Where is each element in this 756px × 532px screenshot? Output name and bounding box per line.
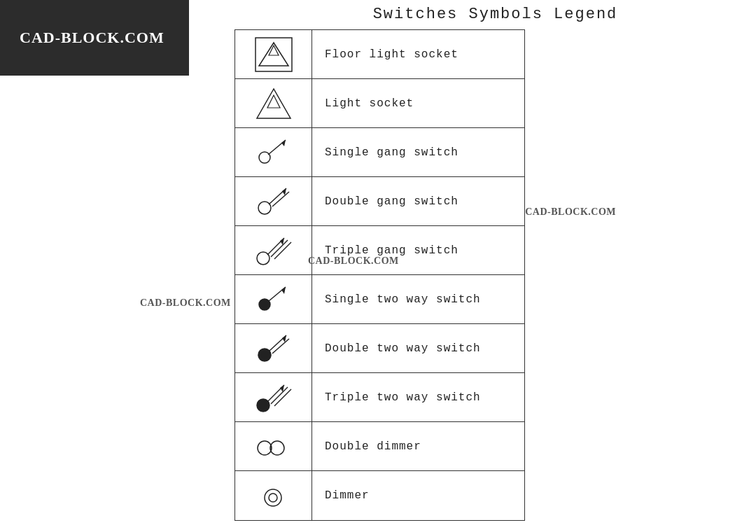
- label-double-two-way-switch: Double two way switch: [312, 324, 524, 372]
- table-row: Single two way switch: [235, 275, 524, 324]
- svg-point-5: [259, 152, 270, 163]
- table-row: Triple two way switch: [235, 373, 524, 422]
- svg-point-20: [258, 349, 271, 361]
- watermark-right: CAD-Block.com: [525, 206, 616, 218]
- svg-point-32: [269, 493, 277, 502]
- svg-marker-3: [257, 89, 290, 118]
- label-dimmer: Dimmer: [312, 471, 524, 520]
- label-floor-light-socket: Floor light socket: [312, 30, 524, 78]
- table-row: Double gang switch: [235, 177, 524, 226]
- table-row: Floor light socket: [235, 30, 524, 79]
- table-row: Double two way switch: [235, 324, 524, 373]
- watermark-center: CAD-Block.com: [308, 255, 399, 267]
- label-light-socket: Light socket: [312, 79, 524, 127]
- table-row: Light socket: [235, 79, 524, 128]
- label-triple-gang-switch: Triple gang switch: [312, 226, 524, 274]
- svg-marker-2: [269, 46, 279, 55]
- symbol-double-two-way-switch: [235, 324, 312, 372]
- label-triple-two-way-switch: Triple two way switch: [312, 373, 524, 421]
- svg-point-30: [270, 441, 284, 455]
- symbol-light-socket: [235, 79, 312, 127]
- table-row: Dimmer: [235, 471, 524, 520]
- label-single-two-way-switch: Single two way switch: [312, 275, 524, 323]
- table-row: Triple gang switch: [235, 226, 524, 275]
- svg-point-8: [258, 202, 271, 214]
- label-double-gang-switch: Double gang switch: [312, 177, 524, 225]
- legend-table: Floor light socket Light socket Si: [234, 29, 525, 521]
- symbol-dimmer: [235, 471, 312, 520]
- label-double-dimmer: Double dimmer: [312, 422, 524, 470]
- symbol-triple-gang-switch: [235, 226, 312, 274]
- svg-point-29: [258, 441, 272, 455]
- svg-point-31: [265, 489, 281, 506]
- table-row: Single gang switch: [235, 128, 524, 177]
- symbol-triple-two-way-switch: [235, 373, 312, 421]
- logo: CAD-Block.com: [0, 0, 189, 76]
- symbol-double-gang-switch: [235, 177, 312, 225]
- svg-marker-19: [281, 287, 286, 294]
- symbol-single-two-way-switch: [235, 275, 312, 323]
- symbol-double-dimmer: [235, 422, 312, 470]
- table-row: Double dimmer: [235, 422, 524, 471]
- label-single-gang-switch: Single gang switch: [312, 128, 524, 176]
- symbol-floor-light-socket: [235, 30, 312, 78]
- watermark-left: CAD-Block.com: [140, 298, 231, 309]
- symbol-single-gang-switch: [235, 128, 312, 176]
- page-title: Switches Symbols Legend: [234, 6, 756, 23]
- svg-marker-7: [281, 140, 286, 146]
